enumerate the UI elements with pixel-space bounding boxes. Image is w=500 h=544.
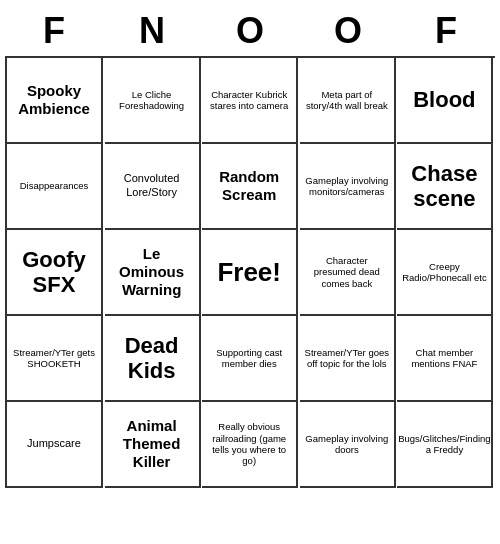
cell-text-1-4: Chase scene bbox=[401, 161, 487, 212]
cell-text-1-1: Convoluted Lore/Story bbox=[109, 172, 195, 200]
cell-text-1-2: Random Scream bbox=[206, 168, 292, 204]
header-letter-0: F bbox=[9, 10, 99, 52]
cell-text-1-0: Disappearances bbox=[20, 180, 89, 191]
cell-text-2-3: Character presumed dead comes back bbox=[304, 255, 390, 289]
cell-text-2-1: Le Ominous Warning bbox=[109, 245, 195, 299]
cell-4-2: Really obvious railroading (game tells y… bbox=[202, 402, 298, 488]
cell-text-2-4: Creepy Radio/Phonecall etc bbox=[401, 261, 487, 284]
cell-text-0-4: Blood bbox=[413, 87, 475, 112]
cell-text-0-2: Character Kubrick stares into camera bbox=[206, 89, 292, 112]
cell-text-1-3: Gameplay involving monitors/cameras bbox=[304, 175, 390, 198]
cell-3-1: Dead Kids bbox=[105, 316, 201, 402]
cell-text-3-2: Supporting cast member dies bbox=[206, 347, 292, 370]
cell-text-3-1: Dead Kids bbox=[109, 333, 195, 384]
cell-4-0: Jumpscare bbox=[7, 402, 103, 488]
cell-2-4: Creepy Radio/Phonecall etc bbox=[397, 230, 493, 316]
cell-0-1: Le Cliche Foreshadowing bbox=[105, 58, 201, 144]
cell-text-2-2: Free! bbox=[217, 256, 281, 289]
cell-text-4-4: Bugs/Glitches/Finding a Freddy bbox=[398, 433, 490, 456]
cell-4-3: Gameplay involving doors bbox=[300, 402, 396, 488]
cell-2-3: Character presumed dead comes back bbox=[300, 230, 396, 316]
bingo-card: FNOOF Spooky AmbienceLe Cliche Foreshado… bbox=[5, 6, 495, 488]
cell-text-3-3: Streamer/YTer goes off topic for the lol… bbox=[304, 347, 390, 370]
cell-3-2: Supporting cast member dies bbox=[202, 316, 298, 402]
cell-text-4-0: Jumpscare bbox=[27, 437, 81, 451]
cell-text-0-1: Le Cliche Foreshadowing bbox=[109, 89, 195, 112]
cell-text-3-4: Chat member mentions FNAF bbox=[401, 347, 487, 370]
cell-1-3: Gameplay involving monitors/cameras bbox=[300, 144, 396, 230]
cell-4-4: Bugs/Glitches/Finding a Freddy bbox=[397, 402, 493, 488]
cell-text-4-1: Animal Themed Killer bbox=[109, 417, 195, 471]
cell-0-0: Spooky Ambience bbox=[7, 58, 103, 144]
cell-3-0: Streamer/YTer gets SHOOKETH bbox=[7, 316, 103, 402]
cell-1-4: Chase scene bbox=[397, 144, 493, 230]
cell-text-2-0: Goofy SFX bbox=[11, 247, 97, 298]
cell-4-1: Animal Themed Killer bbox=[105, 402, 201, 488]
cell-2-2: Free! bbox=[202, 230, 298, 316]
cell-0-2: Character Kubrick stares into camera bbox=[202, 58, 298, 144]
bingo-grid: Spooky AmbienceLe Cliche ForeshadowingCh… bbox=[5, 56, 495, 488]
cell-3-4: Chat member mentions FNAF bbox=[397, 316, 493, 402]
bingo-header: FNOOF bbox=[5, 6, 495, 56]
header-letter-4: F bbox=[401, 10, 491, 52]
cell-text-4-3: Gameplay involving doors bbox=[304, 433, 390, 456]
cell-text-0-0: Spooky Ambience bbox=[11, 82, 97, 118]
cell-0-3: Meta part of story/4th wall break bbox=[300, 58, 396, 144]
header-letter-1: N bbox=[107, 10, 197, 52]
cell-text-4-2: Really obvious railroading (game tells y… bbox=[206, 421, 292, 467]
cell-1-2: Random Scream bbox=[202, 144, 298, 230]
header-letter-3: O bbox=[303, 10, 393, 52]
cell-1-0: Disappearances bbox=[7, 144, 103, 230]
cell-text-3-0: Streamer/YTer gets SHOOKETH bbox=[11, 347, 97, 370]
cell-text-0-3: Meta part of story/4th wall break bbox=[304, 89, 390, 112]
cell-3-3: Streamer/YTer goes off topic for the lol… bbox=[300, 316, 396, 402]
cell-2-1: Le Ominous Warning bbox=[105, 230, 201, 316]
cell-1-1: Convoluted Lore/Story bbox=[105, 144, 201, 230]
cell-2-0: Goofy SFX bbox=[7, 230, 103, 316]
cell-0-4: Blood bbox=[397, 58, 493, 144]
header-letter-2: O bbox=[205, 10, 295, 52]
